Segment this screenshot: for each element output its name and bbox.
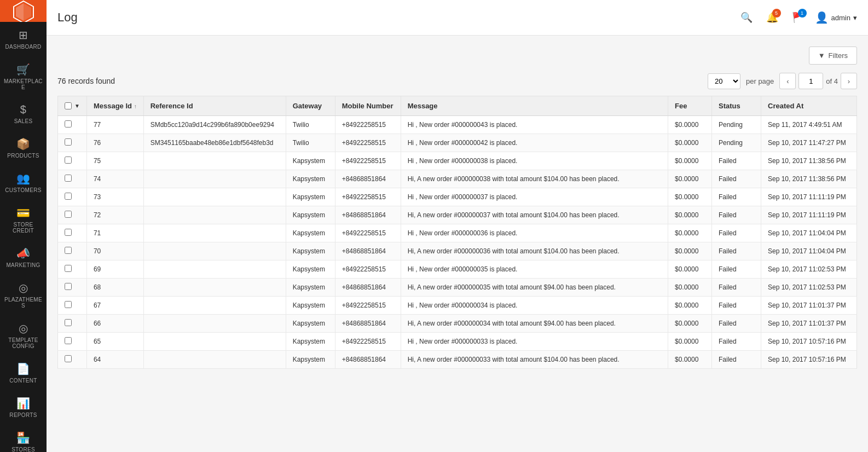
row-fee: $0.0000 [668, 134, 712, 152]
th-mobile-number[interactable]: Mobile Number [335, 96, 401, 116]
row-mobile: +84922258515 [335, 224, 401, 242]
notifications-button[interactable]: 🔔 5 [763, 9, 781, 26]
row-checkbox-cell [58, 188, 87, 206]
th-message-id[interactable]: Message Id ↑ [86, 96, 143, 116]
row-checkbox-cell [58, 242, 87, 260]
row-checkbox[interactable] [65, 319, 72, 326]
row-checkbox[interactable] [65, 193, 72, 200]
th-fee[interactable]: Fee [668, 96, 712, 116]
th-gateway[interactable]: Gateway [286, 96, 335, 116]
toolbar-row: ▼ Filters [57, 47, 857, 65]
row-mobile: +84868851864 [335, 315, 401, 333]
flags-button[interactable]: 🚩 1 [789, 9, 807, 26]
row-checkbox[interactable] [65, 283, 72, 290]
page-title: Log [57, 10, 78, 25]
row-created-at: Sep 10, 2017 11:04:04 PM [761, 224, 857, 242]
row-checkbox[interactable] [65, 138, 72, 146]
row-checkbox[interactable] [65, 211, 72, 218]
sidebar-item-template-config[interactable]: ◎ TEMPLATE CONFIG [0, 315, 47, 356]
sidebar-item-label: PLAZATHEME S [3, 297, 44, 309]
per-page-label: per page [746, 77, 774, 85]
avatar-icon: 👤 [815, 11, 829, 24]
page-input[interactable] [798, 73, 823, 89]
row-mobile: +84922258515 [335, 333, 401, 351]
pagination-controls: 20 50 100 per page ‹ of 4 › [708, 73, 857, 89]
sidebar-item-products[interactable]: 📦 PRODUCTS [0, 131, 47, 165]
per-page-select[interactable]: 20 50 100 [708, 73, 740, 89]
row-checkbox[interactable] [65, 337, 72, 344]
sidebar-item-label: MARKETING [6, 262, 40, 268]
sidebar-item-label: CONTENT [9, 378, 37, 384]
row-mobile: +84868851864 [335, 242, 401, 260]
row-gateway: Kapsystem [286, 333, 335, 351]
row-checkbox-cell [58, 206, 87, 224]
row-gateway: Twilio [286, 134, 335, 152]
magento-logo-icon [13, 0, 34, 22]
th-checkbox: ▼ [58, 96, 87, 116]
next-page-button[interactable]: › [841, 73, 857, 89]
sidebar-item-reports[interactable]: 📊 REPORTS [0, 390, 47, 425]
row-message-id: 71 [86, 224, 143, 242]
row-checkbox[interactable] [65, 355, 72, 362]
row-checkbox[interactable] [65, 175, 72, 182]
table-header-row: ▼ Message Id ↑ Reference Id Gateway Mo [58, 96, 857, 116]
table-row: 73 Kapsystem +84922258515 Hi , New order… [58, 188, 857, 206]
th-message[interactable]: Message [401, 96, 668, 116]
admin-menu-button[interactable]: 👤 admin ▾ [815, 11, 857, 24]
row-reference-id [143, 297, 286, 315]
row-message: Hi , New order #000000034 is placed. [401, 297, 668, 315]
sidebar-item-store-credit[interactable]: 💳 STORE CREDIT [0, 200, 47, 240]
row-checkbox[interactable] [65, 229, 72, 236]
sort-asc-icon: ↑ [134, 103, 137, 109]
th-reference-id[interactable]: Reference Id [143, 96, 286, 116]
table-row: 66 Kapsystem +84868851864 Hi, A new orde… [58, 315, 857, 333]
row-checkbox[interactable] [65, 157, 72, 164]
row-message-id: 66 [86, 315, 143, 333]
row-status: Pending [712, 134, 761, 152]
row-message-id: 73 [86, 188, 143, 206]
sidebar-item-stores[interactable]: 🏪 STORES [0, 425, 47, 452]
chevron-down-icon[interactable]: ▼ [74, 103, 80, 109]
prev-page-button[interactable]: ‹ [779, 73, 796, 89]
sidebar-item-customers[interactable]: 👥 CUSTOMERS [0, 165, 47, 200]
row-status: Pending [712, 116, 761, 134]
page-header: Log 🔍 🔔 5 🚩 1 👤 admin ▾ [47, 0, 868, 36]
table-row: 67 Kapsystem +84922258515 Hi , New order… [58, 297, 857, 315]
sidebar-item-sales[interactable]: $ SALES [0, 97, 47, 131]
select-all-checkbox[interactable] [65, 102, 72, 109]
th-created-at[interactable]: Created At [761, 96, 857, 116]
sidebar-item-marketing[interactable]: 📣 MARKETING [0, 240, 47, 275]
row-message: Hi, A new order #000000033 with total am… [401, 351, 668, 369]
store-credit-icon: 💳 [16, 206, 30, 219]
search-icon: 🔍 [740, 12, 753, 23]
row-status: Failed [712, 224, 761, 242]
table-row: 74 Kapsystem +84868851864 Hi, A new orde… [58, 170, 857, 188]
sidebar-item-content[interactable]: 📄 CONTENT [0, 356, 47, 390]
row-checkbox[interactable] [65, 301, 72, 308]
marketing-icon: 📣 [16, 247, 30, 260]
row-gateway: Kapsystem [286, 260, 335, 279]
sidebar-item-dashboard[interactable]: ⊞ DASHBOARD [0, 22, 47, 56]
search-button[interactable]: 🔍 [738, 9, 755, 26]
row-status: Failed [712, 260, 761, 279]
th-status[interactable]: Status [712, 96, 761, 116]
row-created-at: Sep 10, 2017 11:04:04 PM [761, 242, 857, 260]
row-checkbox[interactable] [65, 265, 72, 272]
sidebar-item-label: STORES [11, 447, 35, 452]
row-created-at: Sep 10, 2017 11:47:27 PM [761, 134, 857, 152]
filters-button[interactable]: ▼ Filters [809, 47, 857, 65]
sidebar-logo[interactable] [0, 0, 47, 22]
row-checkbox-cell [58, 116, 87, 134]
plazathemes-icon: ◎ [19, 281, 28, 294]
row-message: Hi , New order #000000037 is placed. [401, 188, 668, 206]
row-reference-id [143, 188, 286, 206]
row-message: Hi, A new order #000000038 with total am… [401, 170, 668, 188]
row-checkbox[interactable] [65, 247, 72, 254]
sidebar-item-marketplace[interactable]: 🛒 MARKETPLAC E [0, 56, 47, 97]
sidebar-item-plazathemes[interactable]: ◎ PLAZATHEME S [0, 275, 47, 315]
row-status: Failed [712, 297, 761, 315]
row-checkbox[interactable] [65, 120, 72, 128]
row-message: Hi, A new order #000000035 with total am… [401, 279, 668, 297]
template-config-icon: ◎ [19, 322, 28, 335]
row-checkbox-cell [58, 333, 87, 351]
